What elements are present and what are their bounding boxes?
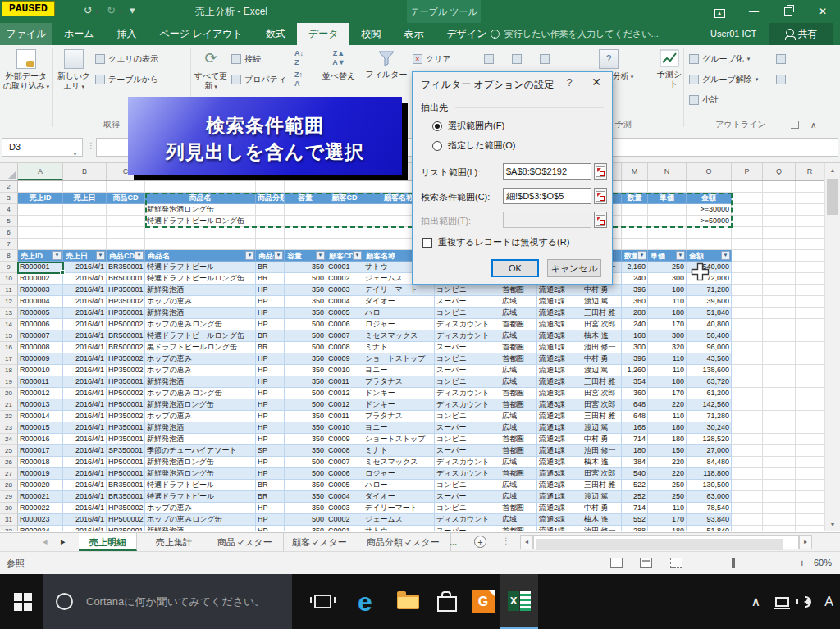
cell[interactable]: HP [256, 319, 285, 330]
cell[interactable]: ロジャー [363, 468, 435, 480]
data-validation-button[interactable] [540, 50, 550, 68]
cell[interactable]: ホップの恵みロング缶 [145, 388, 256, 399]
cell[interactable]: 広域 [500, 480, 537, 491]
cell[interactable] [763, 480, 796, 491]
column-header-B[interactable]: B [63, 163, 107, 180]
cell[interactable]: R000016 [18, 434, 63, 445]
filter-dropdown-button[interactable]: ▼ [245, 251, 254, 260]
cell[interactable]: HP [256, 514, 285, 526]
cell[interactable]: 2016/4/1 [63, 526, 107, 531]
cell[interactable]: 流通2課 [537, 480, 582, 491]
cell[interactable]: ホップの恵みロング缶 [145, 319, 256, 330]
row-header-31[interactable]: 31 [0, 514, 18, 526]
cell[interactable] [285, 181, 326, 193]
row-header-4[interactable]: 4 [0, 204, 18, 216]
radio-unselected-icon[interactable] [432, 141, 442, 151]
cell[interactable] [145, 239, 256, 250]
column-header-N[interactable]: N [648, 163, 687, 180]
undo-button[interactable]: ↺ ▾ [84, 4, 98, 16]
cell[interactable] [796, 285, 824, 296]
cell[interactable] [763, 250, 796, 262]
cell[interactable]: スーパー [435, 365, 500, 376]
show-detail-button[interactable] [776, 50, 786, 68]
cell[interactable]: 売上ID [18, 193, 63, 204]
cell[interactable]: 220 [648, 468, 687, 480]
minimize-button[interactable]: — [737, 0, 771, 23]
row-header-3[interactable]: 3 [0, 193, 18, 204]
cell[interactable]: 首都圏 [500, 526, 537, 531]
row-header-25[interactable]: 25 [0, 445, 18, 457]
cell[interactable]: サトウ [363, 526, 435, 531]
cell[interactable]: HP500001 [107, 468, 145, 480]
cell[interactable]: 354 [622, 376, 648, 388]
cell[interactable] [256, 181, 285, 193]
filter-dropdown-button[interactable]: ▼ [353, 251, 362, 260]
cell[interactable]: HP500001 [107, 399, 145, 411]
ime-mode-indicator[interactable]: A [824, 595, 833, 609]
cell[interactable]: 新鮮発泡酒 [145, 434, 256, 445]
cell[interactable]: 250 [648, 480, 687, 491]
cell[interactable]: コンビニ [435, 353, 500, 365]
cell[interactable]: 150 [648, 445, 687, 457]
cell[interactable]: BR500001 [107, 330, 145, 342]
radio-filter-in-place[interactable]: 選択範囲内(F) [432, 120, 504, 132]
new-query-button[interactable]: 新しいクエリ ▾ [55, 48, 93, 92]
cell[interactable]: HP [256, 434, 285, 445]
cell[interactable]: 流通1課 [537, 342, 582, 353]
cell[interactable]: 500 [285, 342, 326, 353]
cell[interactable]: 180 [648, 526, 687, 531]
cell[interactable]: 黒ドラフトビールロング缶 [145, 342, 256, 353]
cell[interactable]: 30,240 [687, 422, 732, 434]
cell[interactable]: R000021 [18, 491, 63, 503]
cell[interactable]: 78,540 [687, 503, 732, 514]
cell[interactable]: プラタナス [363, 411, 435, 422]
user-name[interactable]: User01 ICT [710, 23, 756, 45]
cell[interactable]: ホップの恵み [145, 503, 256, 514]
vertical-scrollbar[interactable]: ▲ ▼ [824, 163, 840, 531]
show-queries-button[interactable]: クエリの表示 [95, 50, 158, 68]
cell[interactable] [796, 239, 824, 250]
cell[interactable] [796, 181, 824, 193]
cell[interactable] [796, 457, 824, 468]
cell[interactable] [796, 250, 824, 262]
cell[interactable]: 72,000 [687, 273, 732, 285]
cell[interactable]: ホップの恵み [145, 365, 256, 376]
cell[interactable]: R000022 [18, 503, 63, 514]
cell[interactable]: 40,800 [687, 319, 732, 330]
cell[interactable]: 2016/4/1 [63, 262, 107, 273]
cell[interactable]: 流通3課 [537, 330, 582, 342]
cell[interactable]: 350 [285, 376, 326, 388]
cell[interactable]: R000015 [18, 422, 63, 434]
cell[interactable]: 2016/4/1 [63, 445, 107, 457]
cell[interactable]: 広域 [500, 457, 537, 468]
select-all-corner[interactable] [0, 163, 18, 180]
cell[interactable]: 売上日▼ [63, 250, 107, 262]
cell[interactable] [763, 468, 796, 480]
cell[interactable] [796, 296, 824, 308]
cell[interactable]: 渡辺 篤 [582, 296, 622, 308]
cell[interactable] [107, 204, 145, 216]
tab-data[interactable]: データ [297, 23, 350, 45]
row-header-19[interactable]: 19 [0, 376, 18, 388]
cell[interactable]: 三田村 雅 [582, 480, 622, 491]
cell[interactable]: 池田 修一 [582, 526, 622, 531]
sheet-nav-right-arrow[interactable]: ▸ [61, 536, 66, 547]
tab-design[interactable]: デザイン [435, 23, 498, 45]
cell[interactable]: 新鮮発泡酒ロング缶 [145, 468, 256, 480]
cell[interactable]: R000002 [18, 273, 63, 285]
cell[interactable]: ホップの恵み [145, 353, 256, 365]
cell[interactable]: 広域 [500, 330, 537, 342]
cell[interactable] [796, 491, 824, 503]
cell[interactable] [622, 239, 648, 250]
cell[interactable]: C0007 [326, 457, 363, 468]
cell[interactable]: 350 [285, 422, 326, 434]
cell[interactable] [145, 181, 256, 193]
cell[interactable]: 特選ドラフトビールロング缶 [145, 273, 256, 285]
cell[interactable]: 広域 [500, 376, 537, 388]
cell[interactable]: 渡辺 篤 [582, 422, 622, 434]
cell[interactable]: 特選ドラフトビール [145, 480, 256, 491]
cell[interactable]: 新鮮発泡酒ロング缶 [145, 399, 256, 411]
cell[interactable]: 522 [622, 480, 648, 491]
cell[interactable]: 540 [622, 468, 648, 480]
cell[interactable] [796, 330, 824, 342]
